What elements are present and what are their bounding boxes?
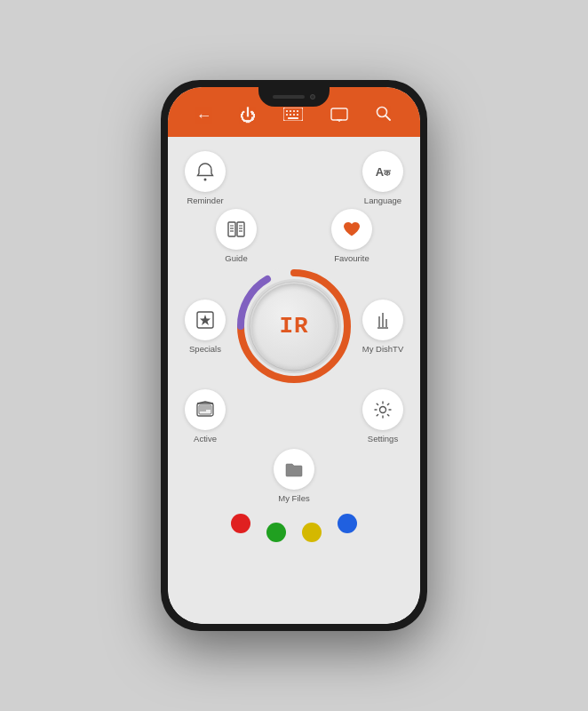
guide-button[interactable]: Guide [210, 209, 263, 263]
reminder-icon-circle [185, 151, 226, 192]
my-files-label: My Files [278, 493, 309, 503]
yellow-dot-button[interactable] [302, 523, 322, 542]
blue-dot-button[interactable] [338, 514, 357, 533]
favourite-button[interactable]: Favourite [325, 209, 378, 263]
active-icon-circle [185, 389, 226, 430]
settings-button[interactable]: Settings [356, 389, 409, 443]
green-dot-button[interactable] [266, 523, 286, 542]
my-files-icon-circle [274, 449, 314, 490]
reminder-label: Reminder [187, 196, 223, 205]
svg-line-15 [385, 116, 390, 120]
search-button[interactable] [372, 102, 395, 129]
svg-rect-21 [237, 222, 244, 236]
specials-label: Specials [189, 344, 221, 354]
guide-icon-circle [216, 209, 257, 250]
svg-rect-35 [199, 405, 211, 414]
language-button[interactable]: Aक Language [356, 151, 409, 205]
settings-icon-circle [362, 389, 403, 430]
svg-rect-4 [297, 110, 298, 112]
favourite-label: Favourite [334, 253, 369, 263]
guide-label: Guide [225, 253, 247, 263]
svg-rect-7 [290, 114, 291, 116]
notch [258, 87, 330, 107]
row-guide-favourite: Guide Favourite [179, 209, 409, 263]
row-active-settings: Active Settings [179, 389, 409, 443]
language-label: Language [364, 196, 401, 205]
svg-rect-10 [288, 117, 298, 119]
content-area: Reminder Aक Language [168, 137, 420, 624]
active-button[interactable]: Active [179, 389, 232, 443]
phone-frame: ← ⏻ [161, 80, 427, 631]
svg-rect-8 [293, 114, 295, 116]
language-icon-circle: Aक [362, 151, 403, 192]
svg-rect-11 [331, 108, 347, 120]
dial-row: Specials [179, 268, 409, 384]
phone-inner: ← ⏻ [168, 87, 420, 624]
my-files-button[interactable]: My Files [267, 449, 321, 503]
svg-marker-26 [200, 315, 211, 325]
svg-rect-3 [293, 110, 295, 112]
svg-point-39 [380, 407, 386, 413]
reminder-button[interactable]: Reminder [179, 151, 232, 205]
dial-inner-circle[interactable]: IR [251, 284, 337, 369]
red-dot-button[interactable] [231, 514, 250, 533]
settings-label: Settings [368, 434, 398, 443]
my-dishtv-icon-circle [362, 300, 403, 340]
dial-display: IR [279, 313, 308, 340]
dial-control[interactable]: IR [236, 268, 352, 384]
notch-camera [310, 94, 315, 100]
my-dishtv-button[interactable]: My DishTV [356, 300, 409, 354]
svg-rect-2 [290, 110, 291, 112]
color-dots-row [179, 510, 409, 542]
active-label: Active [194, 434, 217, 443]
svg-rect-9 [297, 114, 298, 116]
notch-speaker [273, 95, 305, 99]
specials-icon-circle [185, 300, 226, 340]
specials-button[interactable]: Specials [179, 300, 232, 354]
svg-point-16 [204, 179, 207, 181]
keyboard-button[interactable] [280, 104, 306, 127]
my-dishtv-label: My DishTV [362, 344, 403, 354]
back-button[interactable]: ← [193, 103, 216, 129]
svg-rect-1 [286, 110, 288, 112]
svg-rect-17 [228, 222, 235, 236]
favourite-icon-circle [331, 209, 372, 250]
card-button[interactable] [327, 103, 352, 129]
row-reminder-language: Reminder Aक Language [179, 151, 409, 205]
power-button[interactable]: ⏻ [236, 103, 259, 129]
screen: ← ⏻ [168, 87, 420, 624]
svg-rect-6 [286, 114, 288, 116]
row-my-files: My Files [179, 449, 409, 503]
